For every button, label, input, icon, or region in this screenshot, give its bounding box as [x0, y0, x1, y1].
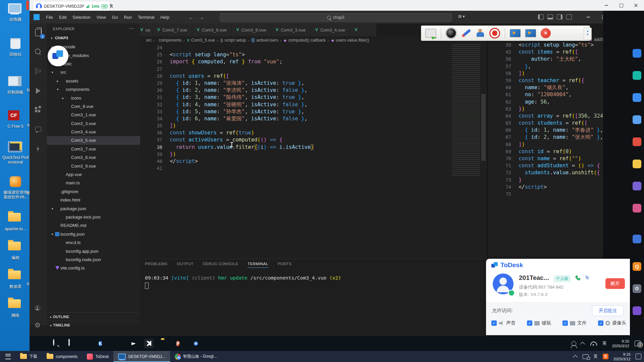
panel-tab[interactable]: PORTS: [278, 262, 291, 268]
powerpoint-icon[interactable]: P: [176, 340, 184, 348]
start-button[interactable]: [37, 340, 45, 348]
tree-item[interactable]: App.vue: [47, 170, 140, 179]
pencil-annotate-icon[interactable]: [462, 29, 471, 37]
todesk-floating-ball[interactable]: [48, 46, 68, 66]
file-explorer-icon[interactable]: [161, 340, 169, 348]
toggle-secondary-sidebar-icon[interactable]: [557, 14, 562, 19]
panel-tab[interactable]: TERMINAL: [248, 262, 268, 268]
enable-annotation-button[interactable]: 开启批注: [592, 305, 624, 316]
dock-app-monitor[interactable]: [633, 49, 641, 58]
record-icon[interactable]: [489, 28, 500, 39]
dock-app-violet[interactable]: [633, 306, 641, 315]
desktop-icon[interactable]: 极域课堂管理 系统软件V6...: [1, 176, 30, 199]
firefox-icon[interactable]: [114, 340, 122, 348]
taskbar-item-components[interactable]: components: [42, 351, 82, 362]
toggle-sidebar-icon[interactable]: [538, 14, 544, 19]
tree-item[interactable]: README.md: [47, 221, 140, 230]
breadcrumb-item[interactable]: src ›: [144, 38, 155, 43]
checkbox-checked-icon[interactable]: ✓: [491, 320, 497, 326]
editor-tab[interactable]: V Com3_3.vue: [271, 23, 311, 36]
search-button[interactable]: [52, 340, 60, 348]
minimap[interactable]: [452, 44, 480, 176]
breadcrumb-item[interactable]: ◆ computed() callback ›: [284, 38, 329, 43]
breadcrumb-item[interactable]: e activeUsers ›: [252, 38, 281, 43]
contacts-tray-icon[interactable]: [572, 341, 576, 346]
tree-item[interactable]: Com3_9.vue: [47, 162, 140, 170]
desktop-icon[interactable]: 数据库: [1, 268, 30, 289]
tree-item[interactable]: ▾ src: [47, 68, 140, 76]
tree-item[interactable]: index.html: [47, 196, 140, 204]
edge-icon[interactable]: [83, 340, 91, 348]
phone-icon[interactable]: [575, 276, 580, 281]
monitor-share-icon[interactable]: [510, 29, 521, 37]
action-center-icon[interactable]: [636, 354, 641, 359]
window-close-button[interactable]: [629, 0, 643, 11]
monitor-extend-icon[interactable]: [525, 29, 536, 37]
task-view-button[interactable]: [68, 340, 76, 348]
chrome-icon[interactable]: [192, 340, 200, 348]
tree-item[interactable]: env.d.ts: [47, 238, 140, 247]
window-maximize-button[interactable]: [614, 0, 628, 11]
desktop-icon[interactable]: QuickTest Professional: [1, 140, 30, 165]
hd-badge[interactable]: HD: [101, 4, 108, 8]
dock-app-blue[interactable]: [633, 235, 641, 243]
messenger-icon[interactable]: [129, 340, 138, 348]
ime-indicator[interactable]: 英: [602, 341, 607, 346]
run-debug-icon[interactable]: [34, 86, 43, 95]
editor-scrollbar[interactable]: [481, 94, 486, 161]
editor-tab[interactable]: V Com3_7.vue: [153, 23, 192, 36]
ime-indicator[interactable]: 英: [594, 354, 598, 359]
editor-splitter[interactable]: [487, 23, 488, 258]
tree-item[interactable]: Com3_8.vue: [47, 153, 140, 162]
remote-cursor-icon[interactable]: [585, 275, 590, 280]
k-app-icon[interactable]: K: [99, 340, 107, 348]
nav-forward-icon[interactable]: →: [196, 14, 207, 20]
remote-session-tab[interactable]: DESKTOP-VM5DJ2P 1ms HD: [33, 1, 110, 11]
menu-item[interactable]: View: [94, 15, 109, 20]
desktop-icon[interactable]: 编程: [1, 239, 30, 260]
desktop-icon[interactable]: apache-to...: [1, 210, 30, 231]
tree-item[interactable]: vite.config.ts: [47, 264, 140, 272]
vscode-minimize-button[interactable]: [582, 12, 595, 22]
tray-overflow-icon[interactable]: [573, 355, 578, 360]
breadcrumb-item[interactable]: V Com3_5.vue ›: [187, 38, 218, 43]
sogou-ime-icon[interactable]: S: [603, 354, 608, 359]
window-minimize-button[interactable]: [600, 0, 613, 11]
editor-tab[interactable]: V ue: [140, 23, 153, 36]
menu-item[interactable]: Help: [157, 15, 172, 20]
tree-item[interactable]: main.ts: [47, 179, 140, 187]
panel-tab[interactable]: OUTPUT: [177, 262, 194, 268]
breadcrumb-item[interactable]: {} script setup ›: [220, 38, 249, 43]
explorer-more-icon[interactable]: ⋯: [129, 25, 134, 32]
menu-item[interactable]: File: [43, 15, 56, 20]
remote-clock[interactable]: 9:152025/3/12: [612, 339, 629, 348]
menu-item[interactable]: Selection: [69, 15, 93, 20]
nav-back-icon[interactable]: ←: [186, 14, 196, 20]
outline-section[interactable]: ▸OUTLINE: [47, 312, 140, 321]
source-control-icon[interactable]: [34, 67, 43, 76]
settings-gear-icon[interactable]: ⚙: [34, 321, 43, 330]
presenter-icon[interactable]: [476, 29, 485, 38]
panel-tab[interactable]: DEBUG CONSOLE: [203, 262, 238, 268]
checkbox-checked-icon[interactable]: ✓: [598, 320, 603, 326]
tray-overflow-icon[interactable]: [580, 342, 585, 347]
timeline-section[interactable]: ▸TIMELINE: [47, 321, 140, 329]
desktop-icon[interactable]: 控制面板: [1, 74, 30, 95]
dock-app-purple[interactable]: [633, 182, 641, 190]
tree-item[interactable]: tsconfig.app.json: [47, 247, 140, 255]
tree-item[interactable]: package-lock.json: [47, 213, 140, 221]
dock-settings[interactable]: ⚙: [633, 284, 641, 293]
layout-grid-icon[interactable]: ⊞ ▾: [458, 14, 465, 19]
menu-item[interactable]: Go: [109, 15, 121, 20]
permission-toggle[interactable]: ✓ 文件: [562, 320, 587, 326]
taskbar-item-chrome[interactable]: 智慧山南 - Googl...: [170, 351, 222, 362]
menu-item[interactable]: Run: [121, 15, 135, 20]
extensions-icon[interactable]: [34, 106, 43, 115]
tree-item[interactable]: ▸ icons: [47, 94, 140, 102]
toggle-panel-icon[interactable]: [547, 14, 553, 19]
explorer-icon[interactable]: 1: [34, 28, 43, 37]
tree-item[interactable]: .gitignore: [47, 187, 140, 196]
dock-app-pink[interactable]: [633, 204, 641, 213]
search-sidebar-icon[interactable]: [34, 48, 43, 56]
breadcrumb-item[interactable]: ◆ users.value.filter(): [331, 38, 369, 43]
